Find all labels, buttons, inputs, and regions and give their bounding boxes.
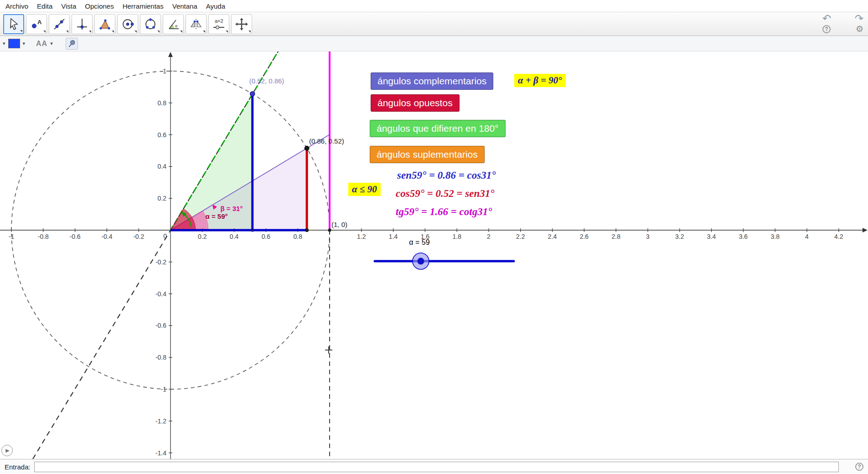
- input-bar-label: Entrada:: [5, 463, 31, 471]
- svg-text:α: α: [175, 24, 177, 28]
- menu-bar: Archivo Edita Vista Opciones Herramienta…: [0, 0, 868, 12]
- menu-vista[interactable]: Vista: [61, 2, 76, 10]
- badge-alpha-plus-beta: α + β = 90°: [514, 74, 566, 87]
- algebra-input-field[interactable]: [34, 462, 839, 472]
- label-angle-beta: β = 31°: [221, 205, 243, 212]
- svg-text:3.6: 3.6: [739, 233, 748, 240]
- label-point-1-0: (1, 0): [331, 221, 347, 228]
- reflect-tool-button[interactable]: [186, 14, 207, 34]
- settings-gear-icon[interactable]: ⚙: [856, 25, 863, 33]
- svg-text:4.2: 4.2: [834, 233, 843, 240]
- point-foot-31[interactable]: [305, 228, 309, 232]
- point-foot-59[interactable]: [251, 229, 254, 232]
- badge-alpha-leq-90: α ≤ 90: [348, 183, 381, 196]
- text-cos59: cos59° = 0.52 = sen31°: [396, 188, 494, 200]
- toolbar: A: [0, 12, 868, 36]
- text-style-dropdown-icon[interactable]: ▾: [50, 41, 53, 46]
- y-axis-arrow: [168, 52, 173, 57]
- move-view-icon: [235, 17, 248, 31]
- svg-text:-0.2: -0.2: [133, 233, 144, 240]
- x-axis-arrow: [863, 228, 868, 232]
- svg-text:0.6: 0.6: [158, 131, 167, 139]
- text-style-button[interactable]: AA: [36, 40, 47, 48]
- slider-tool-label: a=2: [215, 18, 223, 24]
- redo-button[interactable]: ↷: [855, 13, 863, 23]
- svg-text:0.8: 0.8: [293, 233, 302, 240]
- svg-text:1.2: 1.2: [357, 233, 366, 240]
- move-tool-button[interactable]: [3, 14, 24, 34]
- point-086-052[interactable]: [305, 146, 309, 150]
- label-point-059-086: (0.52, 0.86): [249, 77, 284, 85]
- label-angle-alpha: α = 59°: [206, 212, 228, 220]
- color-dropdown-icon[interactable]: ▾: [23, 41, 26, 46]
- alpha-slider-handle-dot[interactable]: [418, 258, 424, 265]
- point-059-086[interactable]: [250, 92, 255, 96]
- color-swatch[interactable]: [8, 39, 20, 48]
- svg-text:-0.8: -0.8: [38, 233, 49, 240]
- slider-icon: a=2: [212, 17, 226, 31]
- conic-tool-button[interactable]: [140, 14, 161, 34]
- perpendicular-line-tool-button[interactable]: [72, 14, 93, 34]
- slider-tool-button[interactable]: a=2: [208, 14, 229, 34]
- point-1-0[interactable]: [328, 229, 331, 232]
- svg-text:A: A: [37, 19, 42, 26]
- input-help-icon[interactable]: ?: [855, 463, 863, 471]
- style-bar: ▾ ▾ AA ▾: [0, 36, 868, 52]
- svg-text:0.2: 0.2: [158, 195, 167, 202]
- button-angulos-opuestos[interactable]: ángulos opuestos: [371, 94, 460, 112]
- help-icon[interactable]: ?: [822, 25, 831, 33]
- circle-tool-button[interactable]: [117, 14, 138, 34]
- svg-text:-1.4: -1.4: [155, 449, 166, 457]
- angle-tool-button[interactable]: α: [163, 14, 184, 34]
- pin-button[interactable]: [66, 38, 78, 50]
- svg-text:0.4: 0.4: [230, 233, 239, 240]
- alpha-slider-label: α = 59: [409, 238, 429, 246]
- svg-text:-0.2: -0.2: [155, 258, 166, 266]
- svg-text:3: 3: [646, 233, 650, 240]
- graphics-svg[interactable]: -1-0.8-0.6-0.4-0.20.20.40.60.81.21.41.61…: [0, 52, 868, 459]
- svg-text:-1.2: -1.2: [155, 417, 166, 425]
- move-graphics-view-tool-button[interactable]: [231, 14, 252, 34]
- circle-icon: [121, 17, 134, 31]
- reflect-icon: [189, 17, 203, 31]
- cursor-arrow-icon: [7, 17, 21, 31]
- point-tool-button[interactable]: A: [26, 14, 47, 34]
- svg-text:3.2: 3.2: [675, 233, 684, 240]
- menu-opciones[interactable]: Opciones: [85, 2, 114, 10]
- svg-text:-0.4: -0.4: [101, 233, 112, 240]
- svg-text:2.2: 2.2: [516, 233, 525, 240]
- stylebar-toggle-icon[interactable]: ▾: [3, 41, 5, 46]
- svg-text:2.4: 2.4: [548, 233, 557, 240]
- menu-edita[interactable]: Edita: [37, 2, 52, 10]
- svg-text:0.8: 0.8: [158, 99, 167, 107]
- input-bar: Entrada: ?: [0, 459, 868, 474]
- play-animation-button[interactable]: ▶: [1, 445, 13, 456]
- svg-text:1.8: 1.8: [452, 233, 461, 240]
- button-angulos-difieren-180[interactable]: ángulos que difieren en 180°: [370, 120, 506, 137]
- line-tool-button[interactable]: [49, 14, 70, 34]
- menu-archivo[interactable]: Archivo: [5, 2, 28, 10]
- button-angulos-suplementarios[interactable]: ángulos suplementarios: [370, 146, 485, 163]
- svg-text:1.4: 1.4: [389, 233, 398, 240]
- svg-text:-0.6: -0.6: [70, 233, 81, 240]
- polygon-tool-button[interactable]: [94, 14, 115, 34]
- toolbar-right-controls: ↶ ↷ ? ⚙: [822, 13, 863, 35]
- menu-ventana[interactable]: Ventana: [172, 2, 197, 10]
- menu-herramientas[interactable]: Herramientas: [123, 2, 164, 10]
- polygon-icon: [98, 17, 112, 31]
- text-tg59: tg59° = 1.66 = cotg31°: [396, 206, 492, 218]
- point-icon: A: [30, 17, 43, 31]
- svg-text:4: 4: [805, 233, 809, 240]
- undo-button[interactable]: ↶: [822, 13, 831, 23]
- pin-icon: [67, 39, 76, 48]
- graphics-view[interactable]: -1-0.8-0.6-0.4-0.20.20.40.60.81.21.41.61…: [0, 52, 868, 459]
- text-sen59: sen59° = 0.86 = cos31°: [397, 170, 496, 181]
- svg-text:-0.8: -0.8: [155, 354, 166, 361]
- button-angulos-complementarios[interactable]: ángulos complementarios: [371, 72, 493, 90]
- svg-text:2.6: 2.6: [580, 233, 589, 240]
- svg-text:3.4: 3.4: [707, 233, 716, 240]
- svg-text:-0.6: -0.6: [155, 322, 166, 329]
- menu-ayuda[interactable]: Ayuda: [206, 2, 225, 10]
- svg-text:0.4: 0.4: [158, 163, 167, 170]
- svg-text:1: 1: [163, 67, 166, 75]
